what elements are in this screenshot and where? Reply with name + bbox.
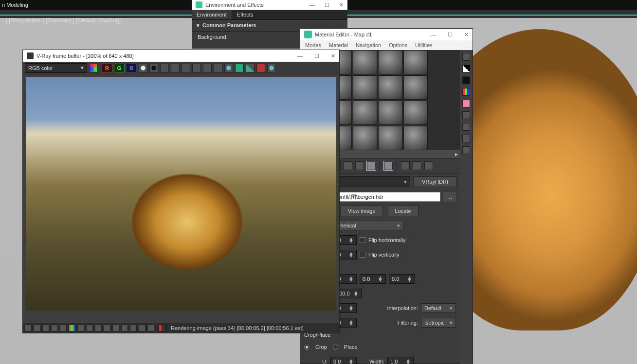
video-check-icon[interactable] xyxy=(462,100,470,107)
spinner-value: 1.0 xyxy=(390,359,398,364)
menu-material[interactable]: Material xyxy=(329,42,348,48)
sample-uv-icon[interactable] xyxy=(462,88,470,96)
duplicate-to-max-icon[interactable] xyxy=(192,64,201,72)
levels-icon[interactable] xyxy=(69,325,75,331)
render-icon[interactable] xyxy=(267,64,276,72)
select-by-material-icon[interactable] xyxy=(462,135,470,142)
minimize-button[interactable]: — xyxy=(431,32,436,38)
view-image-button[interactable]: View image xyxy=(341,206,383,216)
background-icon[interactable] xyxy=(462,76,470,84)
map-type-button[interactable]: VRayHDRI xyxy=(413,176,457,187)
reset-map-icon[interactable] xyxy=(344,161,352,170)
material-slot[interactable] xyxy=(403,50,428,74)
region-render-icon[interactable] xyxy=(214,64,222,72)
curve-icon[interactable] xyxy=(86,325,93,331)
ground-pos-z-spinner[interactable]: 0.0▲▼ xyxy=(389,274,415,284)
hsl-icon[interactable] xyxy=(77,325,84,331)
flip-vertical-checkbox[interactable] xyxy=(360,252,365,258)
material-slot[interactable] xyxy=(403,126,428,150)
crop-radio[interactable] xyxy=(304,345,309,350)
material-slot[interactable] xyxy=(378,101,402,125)
material-editor-titlebar[interactable]: Material Editor - Map #1 — ☐ ✕ xyxy=(300,29,473,40)
bloom-icon[interactable] xyxy=(104,325,110,331)
material-slot[interactable] xyxy=(403,101,428,125)
sample-type-icon[interactable] xyxy=(462,53,470,61)
render-output-image[interactable] xyxy=(26,77,336,311)
material-slot[interactable] xyxy=(353,101,377,125)
srgb-icon[interactable] xyxy=(139,325,146,331)
alpha-channel-icon[interactable] xyxy=(149,64,158,72)
mono-channel-icon[interactable] xyxy=(139,64,147,72)
green-channel-toggle[interactable]: G xyxy=(114,64,125,72)
make-preview-icon[interactable] xyxy=(462,111,470,119)
menu-navigation[interactable]: Navigation xyxy=(356,42,381,48)
save-image-icon[interactable] xyxy=(160,64,169,72)
interpolation-combo[interactable]: Default▾ xyxy=(421,303,456,313)
close-button[interactable]: ✕ xyxy=(331,53,335,59)
material-slot[interactable] xyxy=(403,75,428,100)
mapping-type-combo[interactable]: Spherical ▾ xyxy=(330,221,403,230)
maximize-button[interactable]: ☐ xyxy=(325,2,329,8)
refresh-icon[interactable] xyxy=(246,64,255,72)
blue-channel-toggle[interactable]: B xyxy=(126,64,137,72)
interactive-render-icon[interactable] xyxy=(235,64,244,72)
ground-pos-y-spinner[interactable]: 0.0▲▼ xyxy=(360,274,386,284)
environment-title: Environment and Effects xyxy=(205,2,264,8)
flip-horizontal-checkbox[interactable] xyxy=(360,237,365,243)
pixel-info-icon[interactable] xyxy=(121,325,128,331)
material-slot[interactable] xyxy=(353,50,377,74)
material-slot[interactable] xyxy=(353,126,377,150)
link-pdplayer-icon[interactable] xyxy=(147,325,154,331)
render-last-icon[interactable] xyxy=(224,64,233,72)
maximize-button[interactable]: ☐ xyxy=(448,32,453,38)
close-button[interactable]: ✕ xyxy=(464,32,469,38)
minimize-button[interactable]: — xyxy=(297,53,303,59)
go-parent-icon[interactable] xyxy=(401,161,410,170)
locate-button[interactable]: Locate xyxy=(388,206,419,216)
load-image-icon[interactable] xyxy=(171,64,180,72)
lens-effects-icon[interactable] xyxy=(51,325,58,331)
color-channel-icon[interactable] xyxy=(89,64,98,72)
gamma-icon[interactable] xyxy=(130,325,137,331)
material-slot[interactable] xyxy=(353,75,377,100)
make-unique-icon[interactable] xyxy=(367,161,376,170)
stamp-icon[interactable] xyxy=(95,325,102,331)
pick-from-object-icon[interactable] xyxy=(424,161,433,170)
material-map-navigator-icon[interactable] xyxy=(462,146,470,154)
menu-modes[interactable]: Modes xyxy=(305,42,321,48)
make-copy-icon[interactable] xyxy=(355,161,364,170)
environment-titlebar[interactable]: Environment and Effects — ☐ ✕ xyxy=(192,0,347,10)
history-icon[interactable] xyxy=(25,325,32,331)
compare-b-icon[interactable] xyxy=(42,325,49,331)
red-channel-toggle[interactable]: R xyxy=(102,64,112,72)
stop-render-icon[interactable] xyxy=(256,64,265,72)
material-slot[interactable] xyxy=(378,50,402,74)
material-slot[interactable] xyxy=(378,126,402,150)
glare-icon[interactable] xyxy=(112,325,119,331)
close-button[interactable]: ✕ xyxy=(339,2,344,8)
tab-effects[interactable]: Effects xyxy=(232,10,258,19)
crop-label: Crop xyxy=(315,344,327,350)
minimize-button[interactable]: — xyxy=(309,2,315,8)
clear-image-icon[interactable] xyxy=(182,64,190,72)
menu-options[interactable]: Options xyxy=(389,42,407,48)
maximize-button[interactable]: ☐ xyxy=(314,53,319,59)
material-slot[interactable] xyxy=(378,75,402,100)
options-icon[interactable] xyxy=(462,123,470,131)
track-mouse-icon[interactable] xyxy=(203,64,212,72)
crop-u-spinner[interactable]: 0.0▲▼ xyxy=(330,357,357,364)
show-map-icon[interactable] xyxy=(384,161,393,170)
place-radio[interactable] xyxy=(333,345,338,350)
color-corrections-icon[interactable] xyxy=(60,325,67,331)
menu-utilities[interactable]: Utilities xyxy=(415,42,432,48)
channel-dropdown[interactable]: RGB color ▾ xyxy=(25,63,87,73)
go-forward-icon[interactable] xyxy=(413,161,421,170)
crop-width-spinner[interactable]: 1.0▲▼ xyxy=(387,357,414,364)
filtering-combo[interactable]: Isotropic▾ xyxy=(421,318,456,328)
browse-bitmap-button[interactable]: … xyxy=(443,192,456,202)
vfb-titlebar[interactable]: V-Ray frame buffer - [100% of 640 x 480]… xyxy=(23,50,339,62)
rollout-title: Common Parameters xyxy=(202,22,256,29)
compare-a-icon[interactable] xyxy=(34,325,40,331)
backlight-icon[interactable] xyxy=(462,65,470,72)
tab-environment[interactable]: Environment xyxy=(192,10,232,19)
